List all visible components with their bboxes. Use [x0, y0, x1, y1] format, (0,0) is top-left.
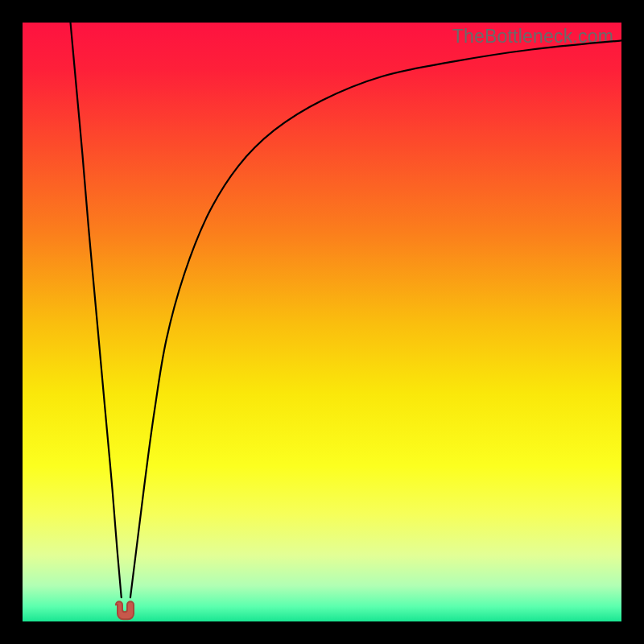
- plot-area: TheBottleneck.com: [23, 23, 621, 621]
- curve-layer: [23, 23, 621, 621]
- curve-left-branch: [71, 23, 122, 597]
- chart-frame: TheBottleneck.com: [0, 0, 644, 644]
- curve-right-branch: [130, 40, 621, 597]
- minimum-marker: [116, 601, 134, 619]
